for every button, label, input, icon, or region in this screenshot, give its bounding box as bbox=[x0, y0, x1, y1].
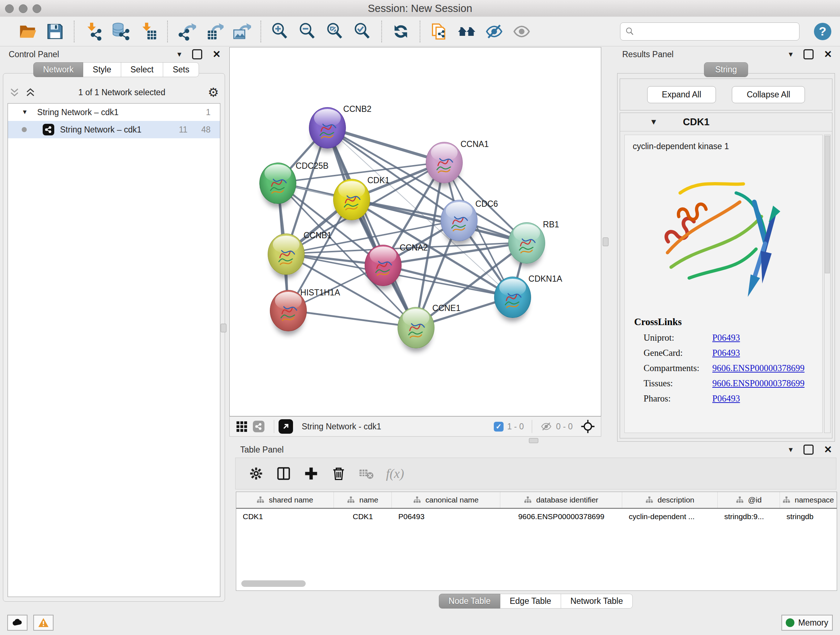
table-cell[interactable]: stringdb:9... bbox=[718, 509, 780, 524]
tab-sets[interactable]: Sets bbox=[163, 62, 199, 77]
table-close-icon[interactable]: ✕ bbox=[824, 444, 832, 455]
expand-all-button[interactable]: Expand All bbox=[647, 86, 716, 103]
show-hidden-icon[interactable] bbox=[510, 20, 533, 43]
create-column-icon[interactable] bbox=[300, 463, 322, 484]
node-cdk1[interactable] bbox=[333, 179, 370, 220]
node-cdc25b[interactable] bbox=[259, 163, 296, 204]
first-neighbors-icon[interactable] bbox=[455, 20, 478, 43]
panel-close-icon[interactable]: ✕ bbox=[212, 49, 221, 60]
expand-all-icon[interactable] bbox=[25, 87, 36, 98]
right-splitter-grip[interactable] bbox=[603, 238, 608, 246]
left-splitter-grip[interactable] bbox=[221, 324, 226, 333]
refresh-view-icon[interactable] bbox=[389, 20, 412, 43]
export-image-icon[interactable] bbox=[230, 20, 253, 43]
network-canvas[interactable]: CCNB2CCNA1CDC25BCDK1CDC6RB1CCNB1CCNA2CDK… bbox=[229, 47, 601, 416]
node-cdc6[interactable] bbox=[441, 200, 477, 241]
gene-collapse-caret-icon[interactable]: ▼ bbox=[650, 117, 658, 127]
hide-selected-icon[interactable] bbox=[483, 20, 506, 43]
column-header-database-identifier[interactable]: database identifier bbox=[500, 492, 622, 508]
grid-view-icon[interactable] bbox=[235, 420, 248, 432]
table-tabs: Node TableEdge TableNetwork Table bbox=[439, 594, 633, 608]
help-button[interactable]: ? bbox=[814, 23, 831, 40]
collapse-all-icon[interactable] bbox=[9, 87, 20, 98]
node-ccne1[interactable] bbox=[398, 307, 434, 348]
panel-collapse-icon[interactable]: ▾ bbox=[177, 50, 181, 59]
panel-float-icon[interactable] bbox=[192, 49, 202, 59]
table-settings-icon[interactable] bbox=[245, 463, 267, 484]
crosslink-link[interactable]: 9606.ENSP00000378699 bbox=[712, 363, 805, 373]
node-label-ccna1: CCNA1 bbox=[461, 139, 489, 149]
tab-network-table[interactable]: Network Table bbox=[561, 594, 633, 608]
tab-node-table[interactable]: Node Table bbox=[439, 594, 500, 608]
crosslink-link[interactable]: P06493 bbox=[712, 394, 740, 404]
fit-selected-crosshair-icon[interactable] bbox=[581, 419, 595, 434]
import-network-icon[interactable] bbox=[82, 20, 105, 43]
warnings-button[interactable] bbox=[33, 615, 54, 631]
column-header-name[interactable]: name bbox=[334, 492, 392, 508]
clone-network-icon[interactable] bbox=[428, 20, 451, 43]
zoom-fit-icon[interactable] bbox=[324, 20, 347, 43]
show-columns-icon[interactable] bbox=[272, 463, 295, 484]
export-network-icon[interactable] bbox=[175, 20, 198, 43]
node-cdkn1a[interactable] bbox=[494, 277, 531, 318]
crosslink-row: Tissues:9606.ENSP00000378699 bbox=[644, 378, 822, 388]
tab-network[interactable]: Network bbox=[33, 62, 83, 77]
network-options-gear-icon[interactable]: ⚙ bbox=[208, 86, 219, 98]
open-session-icon[interactable] bbox=[16, 20, 39, 43]
function-builder-icon[interactable]: f(x) bbox=[382, 463, 405, 484]
table-cell[interactable]: CDK1 bbox=[334, 509, 392, 524]
delete-column-icon[interactable] bbox=[327, 463, 350, 484]
tree-expand-caret-icon[interactable]: ▼ bbox=[22, 109, 28, 116]
table-cell[interactable]: 9606.ENSP00000378699 bbox=[500, 509, 622, 524]
save-session-icon[interactable] bbox=[43, 20, 66, 43]
search-input[interactable] bbox=[638, 26, 795, 37]
tab-edge-table[interactable]: Edge Table bbox=[500, 594, 561, 608]
zoom-in-icon[interactable] bbox=[268, 20, 292, 43]
table-cell[interactable]: cyclin-dependent ... bbox=[622, 509, 718, 524]
results-collapse-icon[interactable]: ▾ bbox=[789, 50, 793, 59]
table-cell[interactable]: CDK1 bbox=[236, 509, 334, 524]
column-header--id[interactable]: @id bbox=[718, 492, 780, 508]
selected-nodes-checkbox-icon[interactable]: ✓ bbox=[494, 422, 504, 432]
tab-string[interactable]: String bbox=[704, 62, 748, 77]
network-row[interactable]: String Network – cdk1 11 48 bbox=[8, 121, 220, 138]
zoom-selected-icon[interactable] bbox=[351, 20, 374, 43]
birds-eye-view-icon[interactable] bbox=[279, 419, 293, 434]
import-network-database-icon[interactable] bbox=[109, 20, 133, 43]
table-horizontal-scrollbar[interactable] bbox=[241, 580, 306, 587]
cloud-button[interactable] bbox=[7, 615, 27, 631]
results-float-icon[interactable] bbox=[804, 49, 813, 59]
table-float-icon[interactable] bbox=[804, 445, 813, 455]
export-table-icon[interactable] bbox=[202, 20, 226, 43]
tab-style[interactable]: Style bbox=[83, 62, 121, 77]
column-header-namespace[interactable]: namespace bbox=[780, 492, 837, 508]
bottom-splitter-grip[interactable] bbox=[529, 438, 538, 443]
results-close-icon[interactable]: ✕ bbox=[824, 49, 832, 60]
node-ccnb1[interactable] bbox=[268, 233, 305, 275]
results-scrollbar[interactable] bbox=[824, 135, 831, 433]
memory-label: Memory bbox=[798, 618, 828, 628]
table-collapse-icon[interactable]: ▾ bbox=[789, 445, 793, 454]
node-rb1[interactable] bbox=[508, 222, 545, 264]
column-header-shared-name[interactable]: shared name bbox=[236, 492, 334, 508]
column-header-description[interactable]: description bbox=[622, 492, 718, 508]
node-ccnb2[interactable] bbox=[309, 107, 346, 149]
column-header-canonical-name[interactable]: canonical name bbox=[392, 492, 500, 508]
hidden-count: 0 - 0 bbox=[556, 422, 573, 432]
tab-select[interactable]: Select bbox=[121, 62, 164, 77]
network-edges bbox=[230, 48, 601, 416]
network-collection-row[interactable]: ▼ String Network – cdk1 1 bbox=[8, 103, 220, 121]
table-cell[interactable]: stringdb bbox=[780, 509, 837, 524]
import-table-icon[interactable] bbox=[137, 20, 160, 43]
crosslink-link[interactable]: P06493 bbox=[712, 333, 740, 343]
node-ccna2[interactable] bbox=[365, 245, 401, 286]
memory-button[interactable]: Memory bbox=[782, 615, 833, 631]
collapse-all-button[interactable]: Collapse All bbox=[732, 86, 805, 103]
table-row[interactable]: CDK1CDK1P064939606.ENSP00000378699cyclin… bbox=[236, 509, 837, 524]
node-ccna1[interactable] bbox=[426, 142, 463, 183]
string-style-icon[interactable] bbox=[253, 421, 264, 432]
zoom-out-icon[interactable] bbox=[296, 20, 319, 43]
crosslink-link[interactable]: 9606.ENSP00000378699 bbox=[712, 378, 805, 388]
crosslink-link[interactable]: P06493 bbox=[712, 348, 740, 358]
table-cell[interactable]: P06493 bbox=[392, 509, 500, 524]
